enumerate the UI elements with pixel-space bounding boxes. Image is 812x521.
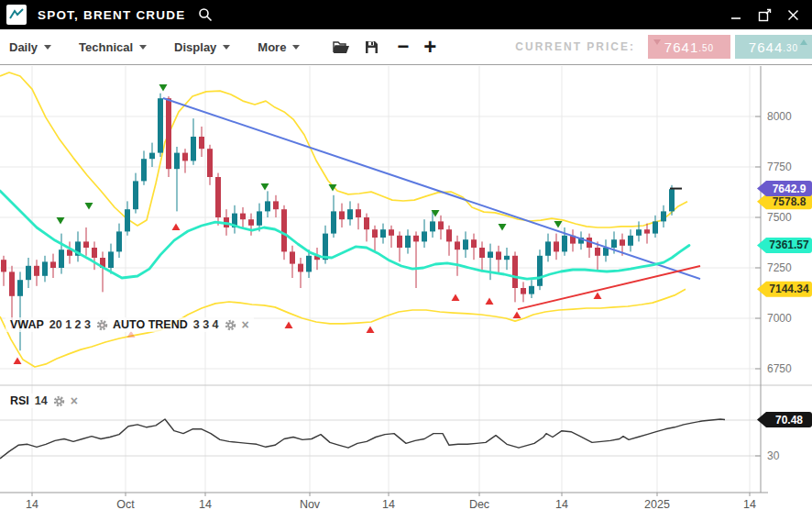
svg-text:8000: 8000 (767, 110, 792, 123)
sell-signal-icon (85, 203, 93, 210)
svg-text:14: 14 (743, 498, 756, 511)
sell-signal-icon (57, 217, 65, 225)
current-price-label: CURRENT PRICE: (515, 40, 635, 53)
gear-icon[interactable] (96, 319, 108, 331)
save-icon[interactable] (365, 40, 379, 54)
menu-technical[interactable]: Technical (79, 40, 147, 54)
svg-text:7642.9: 7642.9 (773, 183, 807, 195)
svg-text:14: 14 (199, 498, 212, 511)
minimize-button[interactable] (726, 5, 746, 25)
svg-text:Nov: Nov (300, 498, 321, 511)
svg-text:14: 14 (555, 498, 568, 511)
trend-lines (163, 98, 700, 309)
sell-signal-icon (159, 84, 168, 92)
menu-technical-label: Technical (79, 40, 133, 54)
gear-icon[interactable] (225, 319, 236, 331)
auto-trend-params: 3 3 4 (193, 318, 219, 331)
restore-button[interactable] (754, 5, 774, 25)
buy-signal-icon (172, 223, 181, 230)
open-file-icon[interactable] (333, 40, 350, 54)
ask-price-button[interactable]: 7644.30 (735, 35, 812, 59)
instrument-title: SPOT, BRENT CRUDE (38, 8, 185, 22)
zoom-out-button[interactable]: − (397, 38, 409, 56)
svg-text:7750: 7750 (767, 161, 792, 173)
svg-text:30: 30 (767, 449, 780, 462)
sell-signal-icon (554, 221, 563, 228)
svg-text:7578.8: 7578.8 (773, 195, 807, 208)
auto-trend-name: AUTO TREND (113, 318, 188, 331)
rsi-indicator-label: RSI 14 × (5, 394, 82, 408)
downtrend-line (163, 98, 700, 279)
bid-price-button[interactable]: 7641.50 (648, 35, 730, 59)
svg-text:7000: 7000 (767, 312, 792, 325)
trading-app-window: 8000775075007250700067503014Oct14Nov14De… (0, 0, 812, 521)
title-bar: SPOT, BRENT CRUDE (0, 0, 812, 29)
time-axis-labels: 14Oct14Nov14Dec14202514 (26, 493, 756, 511)
svg-text:7250: 7250 (767, 261, 792, 274)
buy-signal-icon (513, 312, 521, 319)
zoom-in-button[interactable]: + (423, 38, 436, 56)
svg-text:70.48: 70.48 (775, 414, 803, 427)
gear-icon[interactable] (53, 395, 65, 407)
app-logo-icon (6, 5, 27, 25)
menu-display-label: Display (174, 40, 216, 54)
chevron-down-icon (292, 45, 300, 50)
close-icon[interactable]: × (242, 319, 249, 330)
candlestick-series (1, 94, 675, 351)
chevron-down-icon (44, 45, 51, 50)
bid-price-int: 7641 (664, 39, 698, 55)
svg-text:6750: 6750 (767, 362, 792, 375)
svg-text:Dec: Dec (469, 498, 489, 511)
svg-text:7361.57: 7361.57 (769, 238, 809, 251)
svg-text:7144.34: 7144.34 (769, 283, 809, 295)
sell-signal-icon (499, 224, 507, 231)
buy-signal-icon (486, 298, 494, 305)
svg-text:7500: 7500 (767, 211, 792, 224)
buy-signal-icon (452, 294, 460, 301)
buy-signal-icon (285, 322, 293, 329)
ask-price-dec: .30 (783, 43, 798, 53)
menu-more-label: More (258, 40, 286, 54)
svg-text:14: 14 (382, 498, 395, 511)
menu-more[interactable]: More (258, 40, 300, 54)
menu-daily-label: Daily (9, 40, 38, 54)
vwap-name: VWAP (10, 318, 44, 331)
search-icon[interactable] (198, 7, 213, 22)
rsi-line (0, 419, 725, 459)
svg-text:Oct: Oct (116, 498, 135, 511)
close-icon[interactable]: × (71, 395, 78, 406)
arrow-down-icon (653, 39, 661, 45)
bid-price-dec: .50 (698, 43, 714, 53)
toolbar: Daily Technical Display More − + CURRENT… (0, 29, 812, 65)
chevron-down-icon (139, 45, 147, 50)
rsi-params: 14 (35, 394, 48, 407)
chevron-down-icon (223, 45, 230, 50)
svg-text:2025: 2025 (644, 498, 670, 511)
buy-signal-icon (14, 357, 22, 364)
ask-price-int: 7644 (749, 39, 783, 55)
buy-signal-icon (594, 292, 602, 299)
sell-signal-icon (261, 183, 269, 191)
rsi-name: RSI (10, 394, 29, 407)
arrow-up-icon (800, 39, 807, 45)
menu-display[interactable]: Display (174, 40, 230, 54)
menu-daily[interactable]: Daily (9, 40, 51, 54)
vwap-params: 20 1 2 3 (49, 318, 91, 331)
buy-signal-icon (367, 327, 375, 334)
chart-canvas[interactable]: 8000775075007250700067503014Oct14Nov14De… (0, 0, 812, 521)
axes (0, 66, 812, 493)
close-icon[interactable] (783, 5, 803, 25)
svg-text:14: 14 (26, 498, 38, 511)
auto-trend-indicator-label: AUTO TREND 3 3 4 × (108, 317, 254, 332)
